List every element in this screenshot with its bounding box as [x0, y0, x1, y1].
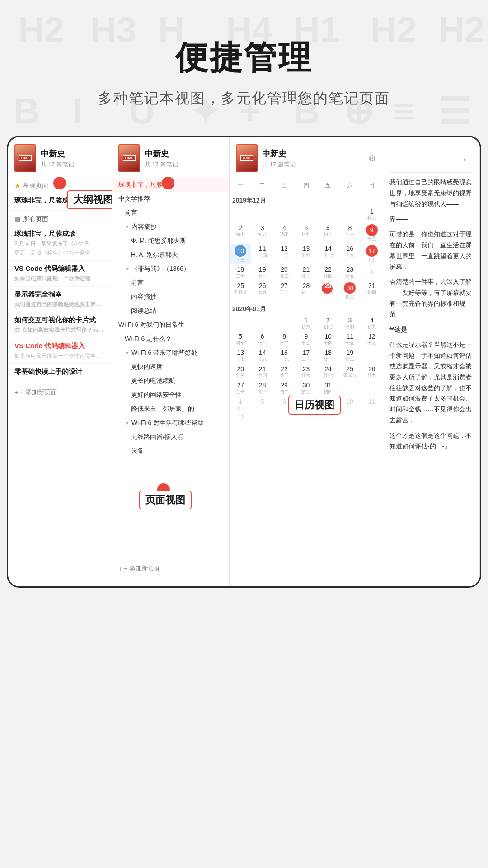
panel2-header: TIME 中新史 共 17 篇笔记	[112, 137, 229, 178]
settings-icon[interactable]: ⚙	[368, 153, 376, 164]
text-p3: 可惜的是，你也知道这对于现在的人前，我们一直生活在屏幕世界里，一直跳望着更大的屏…	[389, 229, 473, 272]
outline-item-13[interactable]: 更快的速度	[112, 360, 229, 374]
panel-calendar: TIME 中新史 共 17 篇笔记 ⚙ 一 二 三 四 五 六	[230, 137, 480, 586]
plus-icon-2: +	[118, 565, 122, 572]
outline-item-6[interactable]: ▼《罪与罚》（1866）	[112, 262, 229, 276]
callout-page: 页面视图	[139, 491, 192, 509]
notebook-cover-3: TIME	[236, 144, 258, 172]
callout-outline: 大纲视图	[67, 190, 112, 209]
text-p6: 什么是显示器？当然这不是一个新问题，于不知道如何评估或选购显示器，又或格才会被更…	[389, 340, 473, 425]
outline-item-2[interactable]: 前言	[112, 206, 229, 220]
add-page-btn-1[interactable]: + + 添加新页面	[8, 384, 112, 401]
text-p5: **这是	[389, 325, 473, 335]
month-label-jan: 2020年01月	[230, 302, 383, 315]
annotation-dot-1	[53, 177, 66, 189]
panel-list: TIME 中新史 共 17 篇笔记 ★ 星标页面 琢瑰非宝，尺牍成珍 ▤	[8, 137, 112, 586]
calendar-section: TIME 中新史 共 17 篇笔记 ⚙ 一 二 三 四 五 六	[230, 137, 383, 586]
back-icon[interactable]: ←	[461, 151, 470, 167]
text-p4: 否清楚的一件事，去深入了解——要好等等，有了屏幕就要有一套完备的界的标准和规范，	[389, 277, 473, 320]
all-pages-section: ▤ 所有页面	[8, 211, 112, 226]
notebook-name-1: 中新史	[41, 148, 74, 159]
outline-item-19[interactable]: 设备	[112, 444, 229, 458]
list-note-1[interactable]: 琢瑰非宝，尺牍成珍 3 月 4 日，苹果发布了《App S 更新。新版《标准》中…	[8, 226, 112, 261]
list-note-display[interactable]: 显示器完全指南 我们通过自己的眼睛感受现实世界，受着毫无束缚的视野与绚烂缤纷	[8, 287, 112, 312]
text-p2: 界——	[389, 214, 473, 225]
page-subtitle: 多种笔记本视图，多元化管理您的笔记页面	[0, 89, 488, 108]
all-pages-label: 所有页面	[23, 215, 48, 223]
page-header: 便捷管理 多种笔记本视图，多元化管理您的笔记页面	[0, 0, 488, 127]
text-p7: 这个才是这個是这个问题，不知道如何评估-的「-」	[389, 430, 473, 452]
document-icon: ▤	[14, 216, 20, 223]
list-note-card[interactable]: 如何交互可视化你的卡片式 在《[如何高效实践卡片式写作？sspai.com/po…	[8, 312, 112, 338]
outline-item-8[interactable]: 内容摘抄	[112, 290, 229, 304]
callout-calendar: 日历视图	[288, 396, 341, 415]
list-note-design[interactable]: 零基础快读上手的设计	[8, 364, 112, 382]
outline-item-3[interactable]: ▼内容摘抄	[112, 220, 229, 234]
notebook-cover-1: TIME	[14, 144, 36, 172]
star-icon: ★	[14, 182, 20, 190]
outline-item-16[interactable]: 降低来自「邻居家」的	[112, 402, 229, 416]
annotation-dot-2	[162, 177, 174, 189]
notebook-name-3: 中新史	[262, 148, 296, 159]
calendar-weekdays: 一 二 三 四 五 六 日	[230, 178, 383, 193]
add-page-btn-2[interactable]: + + 添加新页面	[112, 560, 167, 577]
outline-item-5[interactable]: H. A. 别尔嘉耶夫	[112, 248, 229, 262]
outline-item-17[interactable]: ▼Wi-Fi 6 对生活有哪些帮助	[112, 416, 229, 430]
starred-label: 星标页面	[23, 182, 48, 190]
panel-outline: TIME 中新史 共 17 篇笔记 琢瑰非宝，尺牍成珍 中文学推荐 前言 ▼内容…	[112, 137, 230, 586]
add-page-label-1: + 添加新页面	[20, 388, 57, 396]
outline-item-18[interactable]: 无线路由器/接入点	[112, 430, 229, 444]
notebook-count-3: 共 17 篇笔记	[262, 160, 296, 169]
page-title: 便捷管理	[0, 36, 488, 80]
device-area: TIME 中新史 共 17 篇笔记 ★ 星标页面 琢瑰非宝，尺牍成珍 ▤	[0, 136, 488, 633]
panel1-header: TIME 中新史 共 17 篇笔记	[8, 137, 112, 178]
outline-item-11[interactable]: Wi-Fi 6 是什么？	[112, 332, 229, 346]
ipad-frame: TIME 中新史 共 17 篇笔记 ★ 星标页面 琢瑰非宝，尺牍成珍 ▤	[7, 136, 481, 588]
list-note-vs1[interactable]: VS Code 代码编辑器入 如果当电脑只能装一个软件还需	[8, 261, 112, 287]
outline-item-12[interactable]: ▼Wi-Fi 6 带来了哪些好处	[112, 346, 229, 360]
outline-item-1[interactable]: 中文学推荐	[112, 192, 229, 206]
notebook-cover-2: TIME	[118, 144, 140, 172]
outline-item-4[interactable]: Ф. M. 陀思妥耶夫斯	[112, 234, 229, 248]
notebook-count-2: 共 17 篇笔记	[145, 160, 178, 169]
list-note-vs2[interactable]: VS Code 代码编辑器入 如果当电脑只能装一个软件还需学习工作时，不知道你的…	[8, 338, 112, 364]
notebook-name-2: 中新史	[145, 148, 178, 159]
outline-item-15[interactable]: 更好的网络安全性	[112, 388, 229, 402]
panel3-text-header: ←	[389, 144, 473, 173]
text-p1: 我们通过自己的眼睛感受现实世界，地享受毫无束缚的视野与绚烂缤纷的现代人——	[389, 177, 473, 209]
text-content-panel: ← 我们通过自己的眼睛感受现实世界，地享受毫无束缚的视野与绚烂缤纷的现代人—— …	[383, 137, 479, 586]
month-label-dec: 2019年12月	[230, 193, 383, 207]
add-page-label-2: + 添加新页面	[124, 565, 161, 573]
outline-item-14[interactable]: 更长的电池续航	[112, 374, 229, 388]
outline-item-7[interactable]: 前言	[112, 276, 229, 290]
outline-item-10[interactable]: Wi-Fi 6 对我们的日常生	[112, 318, 229, 332]
plus-icon-1: +	[14, 389, 18, 396]
calendar-dec: 1初六 2初七 3初八 4清明 5初九 6初十 8十一 9十二 10十三 11十…	[230, 207, 383, 302]
outline-item-9[interactable]: 阅读总结	[112, 304, 229, 318]
notebook-count-1: 共 17 篇笔记	[41, 160, 74, 169]
panel3-header: TIME 中新史 共 17 篇笔记 ⚙	[230, 137, 383, 178]
